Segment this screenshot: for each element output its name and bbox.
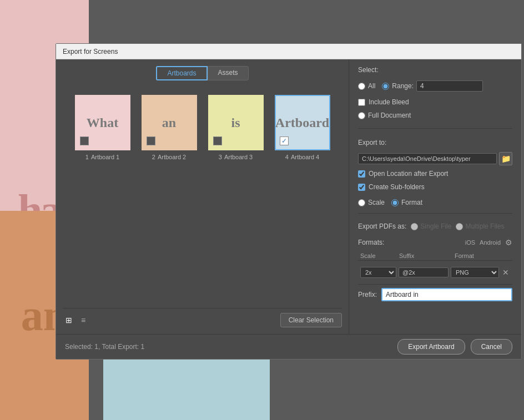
- export-to-label: Export to:: [358, 139, 512, 146]
- artboard-name-row-4: 4 Artboard 4: [285, 154, 320, 160]
- all-radio[interactable]: [358, 83, 365, 90]
- col-header-format: Format: [455, 252, 510, 259]
- artboard-name-row-3: 3 Artboard 3: [219, 154, 253, 160]
- artboard-inner-3: is: [211, 98, 261, 148]
- formats-gear-icon[interactable]: ⚙: [505, 238, 512, 247]
- left-bottom-bar: ⊞ ≡ Clear Selection: [63, 308, 342, 327]
- artboard-text-2: an: [162, 115, 176, 130]
- open-location-row: Open Location after Export: [358, 170, 512, 178]
- create-subfolders-checkbox[interactable]: [358, 184, 365, 191]
- artboard-name-4: Artboard 4: [291, 154, 319, 160]
- artboard-item-3[interactable]: is 3 Artboard 3: [208, 95, 264, 160]
- all-radio-item[interactable]: All: [358, 82, 375, 90]
- export-pdfs-row: Export PDFs as: Single File Multiple Fil…: [358, 222, 512, 230]
- artboard-thumb-4[interactable]: Artboard ✓: [275, 95, 330, 150]
- list-view-icon[interactable]: ≡: [77, 314, 89, 326]
- prefix-input[interactable]: [381, 288, 512, 301]
- export-artboard-button[interactable]: Export Artboard: [397, 339, 465, 355]
- artboard-checkbox-2[interactable]: [147, 136, 155, 145]
- formats-header: Formats: iOS Android ⚙: [358, 238, 512, 247]
- formats-label: Formats:: [358, 239, 384, 246]
- artboard-checkbox-4[interactable]: ✓: [280, 136, 289, 145]
- format-label[interactable]: Format: [401, 199, 422, 206]
- full-document-radio-item[interactable]: Full Document: [358, 112, 512, 119]
- right-panel: Select: All Range: Include Bleed Full D: [349, 59, 521, 334]
- artboard-number-4: 4: [285, 154, 289, 160]
- divider-2: [358, 213, 512, 214]
- grid-view-icon[interactable]: ⊞: [63, 314, 75, 326]
- artboard-name-row-2: 2 Artboard 2: [152, 154, 187, 160]
- multiple-files-option: Multiple Files: [456, 222, 504, 230]
- all-radio-label[interactable]: All: [368, 82, 375, 90]
- clear-selection-button[interactable]: Clear Selection: [280, 313, 342, 327]
- create-subfolders-label[interactable]: Create Sub-folders: [369, 183, 425, 191]
- artboard-item-2[interactable]: an 2 Artboard 2: [142, 95, 197, 160]
- cancel-button[interactable]: Cancel: [471, 339, 512, 355]
- full-document-label[interactable]: Full Document: [368, 112, 411, 119]
- full-document-radio[interactable]: [358, 112, 365, 119]
- format-radio-item[interactable]: Format: [391, 199, 422, 206]
- col-header-suffix: Suffix: [399, 252, 455, 259]
- artboard-inner-4: Artboard ✓: [278, 98, 328, 148]
- multiple-files-label: Multiple Files: [465, 222, 504, 230]
- artboard-number-3: 3: [219, 154, 222, 160]
- export-path-input[interactable]: [358, 153, 497, 164]
- range-input[interactable]: [416, 80, 483, 92]
- dialog-titlebar: Export for Screens: [56, 44, 521, 59]
- artboard-checkbox-3[interactable]: [213, 136, 222, 145]
- artboard-checkbox-1[interactable]: [80, 136, 89, 145]
- formats-actions: iOS Android ⚙: [465, 238, 512, 247]
- suffix-input-0[interactable]: [399, 267, 449, 277]
- prefix-label: Prefix:: [358, 291, 377, 298]
- artboard-number-2: 2: [152, 154, 155, 160]
- artboard-thumb-1[interactable]: What: [75, 95, 130, 150]
- artboard-thumb-3[interactable]: is: [208, 95, 264, 150]
- dialog-body: Artboards Assets What 1 Artboard 1: [56, 59, 521, 334]
- browse-folder-button[interactable]: 📁: [499, 152, 512, 165]
- multiple-files-radio: [456, 223, 463, 230]
- prefix-row: Prefix:: [358, 284, 512, 301]
- scale-radio[interactable]: [358, 199, 365, 206]
- formats-rows-container: 2x 1x 3x PNG JPG SVG PDF ✕: [358, 265, 512, 280]
- artboard-name-2: Artboard 2: [158, 154, 186, 160]
- artboard-item-4[interactable]: Artboard ✓ 4 Artboard 4: [275, 95, 330, 160]
- scale-format-row: Scale Format: [358, 199, 512, 206]
- artboard-text-1: What: [87, 115, 118, 130]
- scale-select-0[interactable]: 2x 1x 3x: [360, 267, 396, 278]
- single-file-label: Single File: [420, 222, 451, 230]
- create-subfolders-row: Create Sub-folders: [358, 183, 512, 191]
- range-radio[interactable]: [382, 83, 389, 90]
- format-radio[interactable]: [391, 199, 399, 206]
- include-bleed-checkbox[interactable]: [358, 99, 365, 106]
- formats-table-header: Scale Suffix Format: [358, 251, 512, 261]
- android-label[interactable]: Android: [480, 239, 501, 246]
- format-select-0[interactable]: PNG JPG SVG PDF: [451, 267, 499, 278]
- ios-label[interactable]: iOS: [465, 239, 475, 246]
- artboards-grid: What 1 Artboard 1 an: [63, 89, 342, 308]
- artboard-text-4: Artboard: [275, 115, 329, 130]
- remove-format-button-0[interactable]: ✕: [501, 268, 510, 277]
- scale-radio-item[interactable]: Scale: [358, 199, 385, 206]
- divider-1: [358, 128, 512, 129]
- view-icons: ⊞ ≡: [63, 314, 89, 326]
- tab-bar: Artboards Assets: [63, 66, 342, 80]
- footer-status: Selected: 1, Total Export: 1: [65, 343, 144, 351]
- single-file-radio: [411, 223, 418, 230]
- scale-label[interactable]: Scale: [368, 199, 385, 206]
- include-bleed-label[interactable]: Include Bleed: [369, 98, 409, 106]
- open-location-label[interactable]: Open Location after Export: [369, 170, 448, 178]
- artboard-inner-1: What: [78, 98, 128, 148]
- dialog-title: Export for Screens: [63, 48, 118, 55]
- artboard-item-1[interactable]: What 1 Artboard 1: [75, 95, 130, 160]
- footer-buttons: Export Artboard Cancel: [397, 339, 512, 355]
- range-radio-label[interactable]: Range:: [392, 82, 414, 90]
- left-panel: Artboards Assets What 1 Artboard 1: [56, 59, 349, 334]
- dialog-footer: Selected: 1, Total Export: 1 Export Artb…: [56, 334, 521, 359]
- range-radio-item[interactable]: Range:: [382, 80, 483, 92]
- export-dialog: Export for Screens Artboards Assets What: [56, 43, 522, 360]
- select-label: Select:: [358, 66, 512, 74]
- tab-assets[interactable]: Assets: [208, 66, 249, 80]
- artboard-thumb-2[interactable]: an: [142, 95, 197, 150]
- tab-artboards[interactable]: Artboards: [156, 66, 207, 80]
- open-location-checkbox[interactable]: [358, 170, 365, 178]
